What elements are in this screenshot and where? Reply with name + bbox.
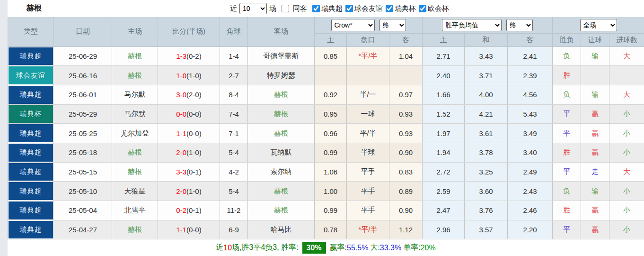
table-row: 瑞典超 25-06-29 赫根 1-3(0-2) 1-4 哥德堡盖斯 0.85 … [8,46,644,66]
cell-corners: 5-4 [220,182,248,201]
cell-goals-result: 小 [609,104,644,124]
cell-date: 25-06-29 [54,46,112,66]
topbar: 赫根 近 10 场 同客 瑞典超 球会友谊 瑞典杯 欧会杯 [8,0,644,17]
cell-result: 负 [553,85,581,104]
cell-handicap-result: 赢 [581,201,609,220]
cell-score: 0-2(0-1) [158,201,220,220]
cell-away-team: 哈马比 [248,220,315,239]
recent-label: 近 [230,4,237,13]
cell-handicap-home-odds: 0.99 [315,143,347,162]
score-fulltime: 0-0 [176,110,186,118]
cell-away-team: 赫根 [248,104,315,124]
score-halftime: (0-1) [186,206,202,214]
cell-date: 25-06-16 [54,66,112,85]
cell-avg-draw-odds: 3.61 [465,124,508,143]
cell-avg-draw-odds: 3.43 [465,46,508,66]
filter-checkbox-swedish-allsvenskan[interactable] [312,5,320,12]
cell-avg-home-odds: 2.72 [423,162,465,182]
cell-handicap-result: 输 [581,182,609,201]
cell-result: 平 [553,124,581,143]
score-fulltime: 0-2 [176,206,186,214]
cell-home-team: 天狼星 [112,182,158,201]
cell-handicap-home-odds: 1.06 [315,162,347,182]
cell-handicap-away-odds: 0.90 [389,143,423,162]
competition-badge: 球会友谊 [9,66,53,84]
cell-away-team: 赫根 [248,201,315,220]
cell-avg-home-odds: 2.96 [423,220,465,239]
score-fulltime: 1-3 [176,52,186,60]
single-rate-value: 20% [421,244,436,252]
cell-handicap-home-odds: 0.78 [315,220,347,239]
cell-away-team: 哥德堡盖斯 [248,46,315,66]
cell-competition: 瑞典超 [8,143,54,162]
cell-score: 1-1(0-0) [158,220,220,239]
recent-count-select[interactable]: 10 [239,3,267,14]
table-row: 瑞典超 25-05-15 赫根 3-3(0-1) 4-2 索尔纳 1.06 平手… [8,162,644,182]
cell-home-team: 赫根 [112,162,158,182]
cell-goals-result: 大 [609,85,644,104]
cell-competition: 瑞典超 [8,201,54,220]
header-goals: 进球数 [609,33,644,46]
cell-avg-away-odds: 5.43 [508,104,553,124]
cell-date: 25-05-29 [54,104,112,124]
table-row: 瑞典超 25-05-04 北雪平 0-2(0-1) 11-2 赫根 0.99 平… [8,201,644,220]
handicap-odds-group: Crow* 终 [315,17,423,33]
cell-home-team: 马尔默 [112,104,158,124]
cell-score: 1-0(1-0) [158,66,220,85]
cell-home-team: 北雪平 [112,201,158,220]
handicap-stage-select[interactable]: 终 [379,19,406,31]
competition-badge: 瑞典杯 [9,105,53,123]
cell-avg-away-odds: 2.43 [508,182,553,201]
same-venue-label: 同客 [293,4,307,13]
cell-home-team: 尤尔加登 [112,124,158,143]
cell-handicap-away-odds: 0.89 [389,182,423,201]
cell-avg-draw-odds: 4.00 [465,85,508,104]
cell-score: 3-3(0-1) [158,162,220,182]
cell-avg-draw-odds: 3.25 [465,162,508,182]
cell-avg-away-odds: 3.40 [508,143,553,162]
cell-handicap-line: *平/半 [347,46,389,66]
cell-avg-away-odds: 3.49 [508,124,553,143]
cell-result: 负 [553,46,581,66]
filter-checkbox-club-friendly[interactable] [345,5,353,12]
cell-handicap-away-odds: 0.90 [389,201,423,220]
same-venue-checkbox[interactable] [282,5,289,12]
cell-avg-away-odds: 2.41 [508,46,553,66]
cell-handicap-away-odds: 0.93 [389,104,423,124]
cell-handicap-home-odds: 0.96 [315,124,347,143]
cell-avg-home-odds: 1.97 [423,124,465,143]
odds-provider-select[interactable]: Crow* [331,19,375,31]
cell-avg-home-odds: 1.52 [423,104,465,124]
cell-handicap-line: 平/半 [347,124,389,143]
score-fulltime: 2-0 [176,148,186,156]
cell-handicap-home-odds: 0.95 [315,104,347,124]
cell-handicap-result: 输 [581,85,609,104]
cell-avg-draw-odds: 3.78 [465,143,508,162]
cell-score: 2-0(1-0) [158,182,220,201]
match-rows: 瑞典超 25-06-29 赫根 1-3(0-2) 1-4 哥德堡盖斯 0.85 … [8,46,644,239]
cell-score: 3-0(2-0) [158,85,220,104]
avg-stage-select[interactable]: 终 [506,19,533,31]
cell-avg-draw-odds: 3.71 [465,66,508,85]
cell-handicap-home-odds: 1.00 [315,182,347,201]
filter-checkbox-swedish-cup[interactable] [386,5,393,12]
cell-corners: 7-1 [220,124,248,143]
scope-select[interactable]: 全场 [580,19,617,31]
filter-checkbox-conference-league[interactable] [419,5,426,12]
cell-avg-away-odds: 2.46 [508,201,553,220]
cell-corners: 11-2 [220,201,248,220]
cell-avg-away-odds: 2.39 [508,66,553,85]
cell-score: 1-1(0-0) [158,124,220,143]
header-avg-home: 主 [423,33,465,46]
cell-avg-home-odds: 2.40 [423,66,465,85]
table-row: 瑞典超 25-05-10 天狼星 2-0(1-0) 5-4 赫根 1.00 平手… [8,182,644,201]
score-halftime: (1-0) [186,187,202,195]
header-avg-draw: 和 [465,33,508,46]
cell-result: 胜 [553,201,581,220]
score-halftime: (1-0) [186,148,202,156]
cell-home-team: 赫根 [112,143,158,162]
cell-goals-result: 小 [609,201,644,220]
score-halftime: (0-1) [186,168,202,176]
cell-corners: 4-2 [220,162,248,182]
avg-odds-select[interactable]: 胜平负均值 [442,19,502,31]
